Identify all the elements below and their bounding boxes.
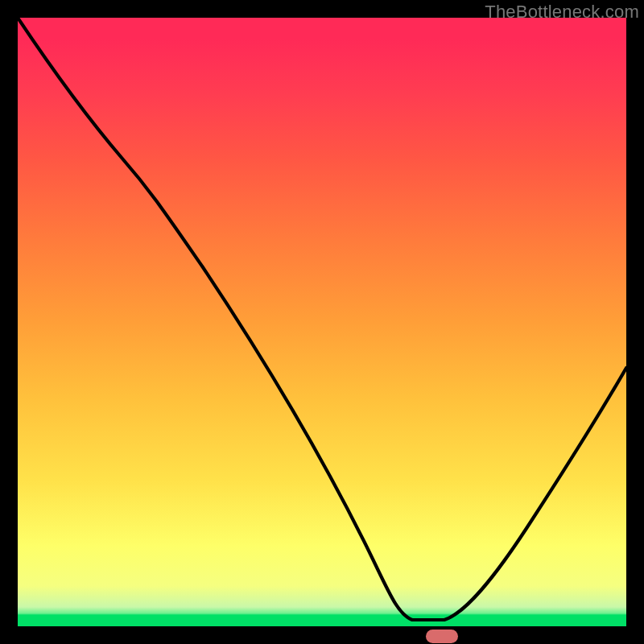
- chart-frame: TheBottleneck.com: [0, 0, 644, 644]
- watermark-text: TheBottleneck.com: [485, 2, 639, 23]
- chart-min-marker: [426, 630, 458, 643]
- chart-line-path: [18, 18, 626, 620]
- chart-plot-area: [18, 18, 626, 626]
- chart-curve: [18, 18, 626, 626]
